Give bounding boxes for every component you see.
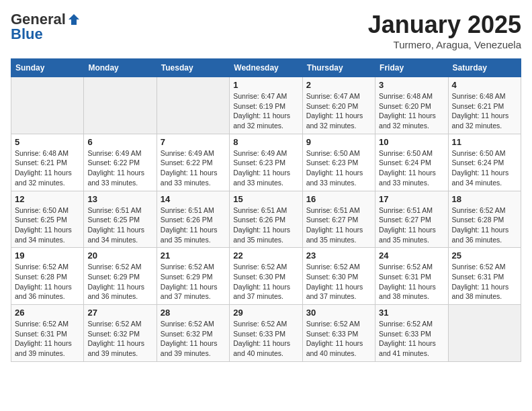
day-number: 1	[233, 80, 298, 90]
day-info: Sunrise: 6:51 AM Sunset: 6:27 PM Dayligh…	[306, 205, 371, 245]
day-info: Sunrise: 6:52 AM Sunset: 6:33 PM Dayligh…	[233, 319, 298, 359]
day-number: 5	[15, 137, 80, 147]
day-number: 7	[161, 137, 226, 147]
day-number: 11	[452, 137, 517, 147]
calendar-cell: 26Sunrise: 6:52 AM Sunset: 6:31 PM Dayli…	[11, 305, 84, 362]
calendar-cell	[84, 77, 157, 134]
calendar-cell: 14Sunrise: 6:51 AM Sunset: 6:26 PM Dayli…	[157, 191, 229, 248]
weekday-header-saturday: Saturday	[448, 59, 521, 77]
day-number: 27	[87, 308, 152, 318]
day-number: 2	[306, 80, 371, 90]
calendar-cell: 24Sunrise: 6:52 AM Sunset: 6:31 PM Dayli…	[375, 248, 448, 305]
day-info: Sunrise: 6:52 AM Sunset: 6:31 PM Dayligh…	[15, 319, 80, 359]
logo-blue: Blue	[11, 26, 43, 43]
calendar-cell: 2Sunrise: 6:47 AM Sunset: 6:20 PM Daylig…	[302, 77, 375, 134]
calendar-cell: 29Sunrise: 6:52 AM Sunset: 6:33 PM Dayli…	[230, 305, 302, 362]
day-number: 22	[233, 250, 298, 261]
day-number: 26	[15, 308, 80, 318]
location: Turmero, Aragua, Venezuela	[368, 39, 521, 50]
day-info: Sunrise: 6:51 AM Sunset: 6:25 PM Dayligh…	[87, 205, 152, 245]
day-number: 13	[87, 194, 152, 204]
day-number: 8	[233, 137, 298, 147]
calendar-week-0: 1Sunrise: 6:47 AM Sunset: 6:19 PM Daylig…	[11, 77, 521, 134]
month-title: January 2025	[368, 11, 521, 39]
svg-marker-0	[69, 14, 79, 25]
calendar-cell: 13Sunrise: 6:51 AM Sunset: 6:25 PM Dayli…	[84, 191, 157, 248]
day-number: 25	[452, 250, 517, 261]
day-info: Sunrise: 6:52 AM Sunset: 6:29 PM Dayligh…	[161, 262, 226, 302]
day-info: Sunrise: 6:47 AM Sunset: 6:19 PM Dayligh…	[233, 91, 298, 131]
calendar-cell: 30Sunrise: 6:52 AM Sunset: 6:33 PM Dayli…	[302, 305, 375, 362]
day-number: 19	[15, 250, 80, 261]
day-info: Sunrise: 6:50 AM Sunset: 6:25 PM Dayligh…	[15, 205, 80, 245]
day-info: Sunrise: 6:52 AM Sunset: 6:33 PM Dayligh…	[306, 319, 371, 359]
calendar-cell: 23Sunrise: 6:52 AM Sunset: 6:30 PM Dayli…	[302, 248, 375, 305]
day-info: Sunrise: 6:52 AM Sunset: 6:31 PM Dayligh…	[452, 262, 517, 302]
weekday-header-friday: Friday	[375, 59, 448, 77]
calendar-cell: 6Sunrise: 6:49 AM Sunset: 6:22 PM Daylig…	[84, 134, 157, 191]
calendar-week-2: 12Sunrise: 6:50 AM Sunset: 6:25 PM Dayli…	[11, 191, 521, 248]
day-number: 28	[161, 308, 226, 318]
day-number: 14	[161, 194, 226, 204]
calendar-cell: 15Sunrise: 6:51 AM Sunset: 6:26 PM Dayli…	[230, 191, 302, 248]
calendar-cell: 25Sunrise: 6:52 AM Sunset: 6:31 PM Dayli…	[448, 248, 521, 305]
day-info: Sunrise: 6:50 AM Sunset: 6:24 PM Dayligh…	[452, 148, 517, 188]
weekday-header-sunday: Sunday	[11, 59, 84, 77]
day-info: Sunrise: 6:52 AM Sunset: 6:32 PM Dayligh…	[161, 319, 226, 359]
calendar-cell: 9Sunrise: 6:50 AM Sunset: 6:23 PM Daylig…	[302, 134, 375, 191]
calendar-cell: 4Sunrise: 6:48 AM Sunset: 6:21 PM Daylig…	[448, 77, 521, 134]
weekday-header-monday: Monday	[84, 59, 157, 77]
day-number: 18	[452, 194, 517, 204]
day-number: 10	[379, 137, 444, 147]
calendar-cell: 10Sunrise: 6:50 AM Sunset: 6:24 PM Dayli…	[375, 134, 448, 191]
day-info: Sunrise: 6:48 AM Sunset: 6:21 PM Dayligh…	[15, 148, 80, 188]
calendar-cell: 20Sunrise: 6:52 AM Sunset: 6:29 PM Dayli…	[84, 248, 157, 305]
day-info: Sunrise: 6:52 AM Sunset: 6:28 PM Dayligh…	[15, 262, 80, 302]
day-number: 29	[233, 308, 298, 318]
calendar-cell: 11Sunrise: 6:50 AM Sunset: 6:24 PM Dayli…	[448, 134, 521, 191]
calendar-table: SundayMondayTuesdayWednesdayThursdayFrid…	[11, 58, 521, 362]
day-info: Sunrise: 6:48 AM Sunset: 6:21 PM Dayligh…	[452, 91, 517, 131]
calendar-cell: 19Sunrise: 6:52 AM Sunset: 6:28 PM Dayli…	[11, 248, 84, 305]
calendar-cell	[11, 77, 84, 134]
calendar-week-4: 26Sunrise: 6:52 AM Sunset: 6:31 PM Dayli…	[11, 305, 521, 362]
day-number: 4	[452, 80, 517, 90]
calendar-week-1: 5Sunrise: 6:48 AM Sunset: 6:21 PM Daylig…	[11, 134, 521, 191]
day-info: Sunrise: 6:51 AM Sunset: 6:26 PM Dayligh…	[161, 205, 226, 245]
weekday-header-wednesday: Wednesday	[230, 59, 302, 77]
day-number: 23	[306, 250, 371, 261]
day-number: 6	[87, 137, 152, 147]
day-number: 3	[379, 80, 444, 90]
day-number: 24	[379, 250, 444, 261]
calendar-cell	[157, 77, 229, 134]
day-info: Sunrise: 6:52 AM Sunset: 6:32 PM Dayligh…	[87, 319, 152, 359]
calendar-cell: 17Sunrise: 6:51 AM Sunset: 6:27 PM Dayli…	[375, 191, 448, 248]
day-number: 9	[306, 137, 371, 147]
title-block: January 2025 Turmero, Aragua, Venezuela	[368, 11, 521, 50]
calendar-cell: 5Sunrise: 6:48 AM Sunset: 6:21 PM Daylig…	[11, 134, 84, 191]
calendar-cell: 7Sunrise: 6:49 AM Sunset: 6:22 PM Daylig…	[157, 134, 229, 191]
day-number: 15	[233, 194, 298, 204]
day-info: Sunrise: 6:52 AM Sunset: 6:30 PM Dayligh…	[306, 262, 371, 302]
calendar-cell: 31Sunrise: 6:52 AM Sunset: 6:33 PM Dayli…	[375, 305, 448, 362]
calendar-cell: 8Sunrise: 6:49 AM Sunset: 6:23 PM Daylig…	[230, 134, 302, 191]
day-number: 31	[379, 308, 444, 318]
calendar-cell: 18Sunrise: 6:52 AM Sunset: 6:28 PM Dayli…	[448, 191, 521, 248]
calendar-cell: 3Sunrise: 6:48 AM Sunset: 6:20 PM Daylig…	[375, 77, 448, 134]
day-info: Sunrise: 6:50 AM Sunset: 6:23 PM Dayligh…	[306, 148, 371, 188]
day-info: Sunrise: 6:50 AM Sunset: 6:24 PM Dayligh…	[379, 148, 444, 188]
day-number: 17	[379, 194, 444, 204]
day-info: Sunrise: 6:52 AM Sunset: 6:31 PM Dayligh…	[379, 262, 444, 302]
day-info: Sunrise: 6:52 AM Sunset: 6:33 PM Dayligh…	[379, 319, 444, 359]
day-info: Sunrise: 6:49 AM Sunset: 6:22 PM Dayligh…	[87, 148, 152, 188]
day-info: Sunrise: 6:52 AM Sunset: 6:30 PM Dayligh…	[233, 262, 298, 302]
calendar-cell	[448, 305, 521, 362]
logo-icon	[67, 13, 81, 26]
day-info: Sunrise: 6:51 AM Sunset: 6:27 PM Dayligh…	[379, 205, 444, 245]
day-info: Sunrise: 6:49 AM Sunset: 6:22 PM Dayligh…	[161, 148, 226, 188]
weekday-header-row: SundayMondayTuesdayWednesdayThursdayFrid…	[11, 59, 521, 77]
calendar-cell: 27Sunrise: 6:52 AM Sunset: 6:32 PM Dayli…	[84, 305, 157, 362]
calendar-cell: 1Sunrise: 6:47 AM Sunset: 6:19 PM Daylig…	[230, 77, 302, 134]
calendar-cell: 28Sunrise: 6:52 AM Sunset: 6:32 PM Dayli…	[157, 305, 229, 362]
calendar-cell: 16Sunrise: 6:51 AM Sunset: 6:27 PM Dayli…	[302, 191, 375, 248]
